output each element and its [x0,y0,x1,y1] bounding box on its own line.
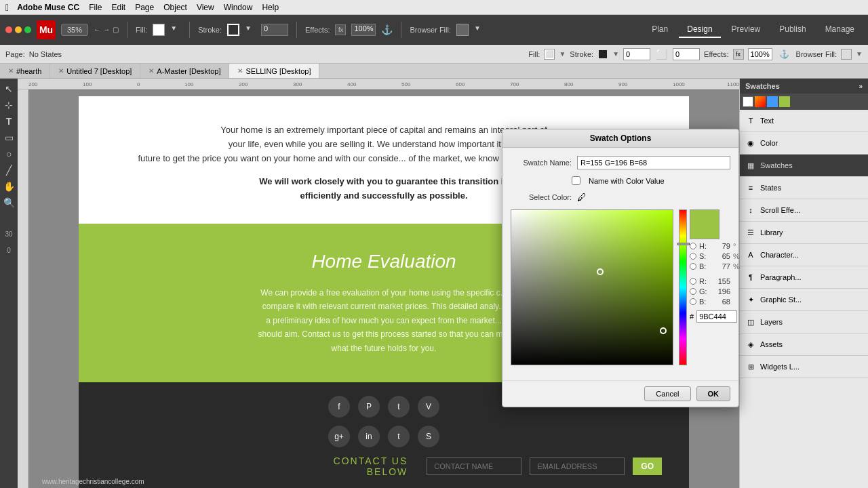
t2-effects-value[interactable] [748,48,772,60]
tab-plan[interactable]: Plan [644,22,676,38]
color-picker-gradient[interactable] [511,209,673,365]
rect-tool[interactable]: ▭ [1,130,16,145]
tab-preview[interactable]: Preview [724,22,769,38]
r-radio[interactable] [690,278,696,285]
zoom-tool[interactable]: 🔍 [1,195,16,210]
panel-item-states[interactable]: ≡ States [740,180,868,196]
tab-close-hearth[interactable]: ✕ [8,67,14,75]
panel-item-scroll[interactable]: ↕ Scroll Effe... [740,202,868,218]
t2-effects-label: Effects: [704,50,728,58]
swatch-name-input[interactable] [577,156,730,169]
t2-browser-fill-dropdown[interactable]: ▼ [856,50,863,58]
menu-window[interactable]: Window [224,3,253,12]
hand-tool[interactable]: ✋ [1,179,16,194]
fill-options[interactable]: ▼ [170,24,181,35]
tab-close-untitled[interactable]: ✕ [58,67,64,75]
t2-stroke-dropdown[interactable]: ▼ [612,50,619,58]
h-unit: ° [733,242,738,250]
apple-menu[interactable]:  [5,2,9,13]
menu-help[interactable]: Help [262,3,279,12]
swatch-blue[interactable] [767,96,778,107]
t2-fill-dropdown[interactable]: ▼ [559,50,566,58]
crop-tool[interactable]: ⊹ [1,98,16,113]
tumblr-icon[interactable]: t [388,426,410,447]
panel-item-layers[interactable]: ◫ Layers [740,314,868,330]
panel-text-section: T Text [740,110,868,132]
panel-item-paragraph[interactable]: ¶ Paragraph... [740,269,868,285]
eyedropper-icon[interactable]: 🖊 [577,192,587,203]
swatch-white[interactable] [743,96,753,107]
tab-close-selling[interactable]: ✕ [237,67,243,75]
t2-corner-value[interactable] [673,48,700,60]
panel-expand[interactable]: » [859,83,863,90]
b-radio[interactable] [690,263,696,270]
b2-radio[interactable] [690,298,696,305]
hex-input[interactable] [696,310,737,323]
t2-stroke-icon[interactable] [597,49,608,60]
effects-value[interactable]: 100% [351,24,376,36]
select-tool[interactable]: ↖ [1,81,16,96]
tab-design[interactable]: Design [679,22,720,38]
line-tool[interactable]: ╱ [1,163,16,178]
fill-swatch[interactable] [153,24,165,36]
panel-item-library[interactable]: ☰ Library [740,224,868,241]
menu-file[interactable]: File [89,3,102,12]
ruler-horizontal: 200 100 0 100 200 300 400 500 600 700 80… [18,79,739,89]
vimeo-icon[interactable]: V [418,396,439,418]
name-with-color-checkbox[interactable] [572,176,580,185]
menu-page[interactable]: Page [135,3,154,12]
hue-strip[interactable] [679,209,687,365]
app-name[interactable]: Adobe Muse CC [17,3,79,12]
panel-widgets-section: ⊞ Widgets L... [740,356,868,378]
panel-item-text[interactable]: T Text [740,113,868,129]
browser-fill-options[interactable]: ▼ [474,24,485,35]
panel-item-widgets[interactable]: ⊞ Widgets L... [740,359,868,375]
contact-name-input[interactable] [427,458,521,475]
ellipse-tool[interactable]: ○ [1,146,16,161]
h-radio[interactable] [690,243,696,249]
t2-browser-fill-swatch[interactable] [841,49,852,60]
b-label: B: [699,262,707,270]
email-input[interactable] [530,458,625,475]
t2-effects-toggle[interactable]: fx [733,49,744,60]
linkedin-icon[interactable]: in [358,426,380,447]
menu-edit[interactable]: Edit [111,3,125,12]
tab-hearth[interactable]: ✕ #hearth [0,64,50,78]
ok-button[interactable]: OK [696,386,731,401]
skype-icon[interactable]: S [418,426,439,447]
t2-stroke-value[interactable] [623,48,650,60]
panel-item-assets[interactable]: ◈ Assets [740,336,868,352]
menu-view[interactable]: View [197,3,214,12]
g-radio[interactable] [690,288,696,295]
s-radio[interactable] [690,253,696,260]
panel-item-character[interactable]: A Character... [740,247,868,263]
tab-manage[interactable]: Manage [817,22,863,38]
browser-fill-swatch[interactable] [456,24,469,36]
go-button[interactable]: GO [633,458,662,475]
stroke-options[interactable]: ▼ [245,24,256,35]
panel-item-color[interactable]: ◉ Color [740,135,868,151]
swatch-gradient[interactable] [755,96,766,107]
cancel-button[interactable]: Cancel [644,386,690,401]
facebook-icon[interactable]: f [328,396,350,418]
panel-title: Swatches [745,82,780,90]
swatch-green[interactable] [779,96,790,107]
menu-object[interactable]: Object [163,3,187,12]
tab-amaster[interactable]: ✕ A-Master [Desktop] [140,64,229,78]
panel-item-swatches[interactable]: ▦ Swatches [740,157,868,174]
stroke-width[interactable]: 0 [261,24,288,36]
panel-item-graphic[interactable]: ✦ Graphic St... [740,291,868,308]
effects-toggle[interactable]: fx [335,24,346,35]
tab-untitled[interactable]: ✕ Untitled 7 [Desktop] [50,64,140,78]
googleplus-icon[interactable]: g+ [328,426,350,447]
pinterest-icon[interactable]: P [358,396,380,418]
tab-selling[interactable]: ✕ SELLING [Desktop] [229,64,319,78]
tab-close-amaster[interactable]: ✕ [149,67,154,75]
twitter-icon[interactable]: t [388,396,410,418]
dialog-body: Swatch Name: Name with Color Value Selec… [502,148,738,380]
tab-publish[interactable]: Publish [771,22,814,38]
t2-fill-icon[interactable]: ⬜ [544,49,555,60]
zoom-control[interactable]: 35% [61,24,88,36]
stroke-swatch[interactable] [227,24,239,36]
text-tool[interactable]: T [1,114,16,129]
